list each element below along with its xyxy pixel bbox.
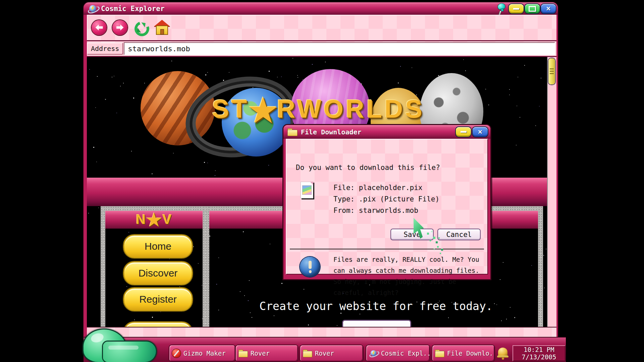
dialog-close-button[interactable]: × <box>473 127 488 137</box>
maximize-button[interactable] <box>525 4 540 13</box>
folder-icon <box>238 350 248 357</box>
cancel-button[interactable]: Cancel <box>437 229 481 240</box>
close-button[interactable]: × <box>541 4 556 13</box>
dialog-info-text: Files are really, REALLY cool. Me? You c… <box>333 254 485 298</box>
signup-button[interactable]: Sign Up <box>342 320 411 327</box>
starworlds-logo: ST★RWORLDS <box>198 92 439 129</box>
minimize-dash-icon <box>461 131 467 133</box>
granite-border-left <box>101 206 105 327</box>
dialog-titlebar[interactable]: File Downloader × <box>283 125 490 139</box>
maximize-box-icon <box>529 6 536 12</box>
file-downloader-dialog: File Downloader × Do you want to downloa… <box>283 125 490 279</box>
nav-button-home[interactable]: Home <box>123 235 193 258</box>
planet-icon <box>88 4 98 13</box>
taskbar-item-rover-1[interactable]: Rover <box>236 345 298 361</box>
info-exclamation-icon <box>300 257 320 277</box>
minimize-dash-icon <box>513 8 519 10</box>
folder-icon <box>287 128 298 136</box>
planet-icon <box>370 350 378 357</box>
back-arrow-icon <box>96 24 103 31</box>
granite-border-right <box>538 206 543 327</box>
address-label: Address <box>87 43 123 55</box>
nav-star-icon: ★ <box>146 210 163 230</box>
folder-icon <box>303 350 312 357</box>
vertical-scrollbar[interactable] <box>547 57 556 327</box>
forward-button[interactable] <box>112 20 127 35</box>
nav-button-register[interactable]: Register <box>123 288 193 311</box>
close-x-icon: × <box>478 128 482 136</box>
dialog-title: File Downloader <box>301 128 362 136</box>
bell-icon[interactable] <box>497 347 508 360</box>
pushpin-icon[interactable] <box>493 2 508 15</box>
file-name-line: File: placeholder.pix <box>333 184 423 192</box>
dialog-divider <box>290 249 484 249</box>
close-x-icon: × <box>546 5 551 12</box>
logo-star-icon: ★ <box>249 93 277 128</box>
forward-arrow-icon <box>116 24 124 31</box>
clock-date: 7/13/2005 <box>522 353 556 361</box>
nav-button-discover[interactable]: Discover <box>123 261 193 285</box>
address-input[interactable] <box>124 42 555 55</box>
picture-file-icon <box>301 182 313 198</box>
refresh-button[interactable] <box>133 20 148 35</box>
taskbar-item-gizmo-maker[interactable]: Gizmo Maker <box>169 345 235 361</box>
home-button[interactable] <box>154 20 170 35</box>
page-headline: Create your website for free today. <box>259 300 493 313</box>
dialog-body: Do you want to download this file? File:… <box>286 139 488 275</box>
browser-titlebar[interactable]: Cosmic Explorer × <box>84 2 558 15</box>
desktop: Cosmic Explorer × Address <box>0 0 644 362</box>
address-bar: Address <box>87 41 556 57</box>
nav-button-spotlight[interactable]: Spotlight <box>123 322 193 327</box>
taskbar-clock[interactable]: 10:21 PM 7/13/2005 <box>513 345 566 361</box>
minimize-button[interactable] <box>509 4 524 13</box>
dialog-question: Do you want to download this file? <box>296 164 440 172</box>
granite-border-divider <box>203 206 209 327</box>
taskbar-item-rover-2[interactable]: Rover <box>300 345 363 361</box>
save-button[interactable]: Save <box>390 229 434 240</box>
nav-title: N★V <box>136 210 172 230</box>
browser-toolbar <box>87 15 556 41</box>
file-from-line: From: starworlds.mob <box>333 206 418 215</box>
window-bottom-border <box>87 327 556 338</box>
gizmo-icon <box>172 349 181 358</box>
dialog-minimize-button[interactable] <box>456 127 471 137</box>
window-title: Cosmic Explorer <box>101 5 165 13</box>
nav-header: N★V <box>105 211 203 229</box>
start-button[interactable] <box>84 329 156 362</box>
folder-icon <box>435 350 444 357</box>
back-button[interactable] <box>92 20 107 35</box>
taskbar-item-file-downloader[interactable]: File Downlo... <box>432 345 494 361</box>
taskbar-item-cosmic-explorer[interactable]: Cosmic Expl... <box>366 345 430 361</box>
clock-time: 10:21 PM <box>524 346 554 353</box>
scrollbar-thumb[interactable] <box>548 58 555 84</box>
file-type-line: Type: .pix (Picture File) <box>333 195 439 203</box>
